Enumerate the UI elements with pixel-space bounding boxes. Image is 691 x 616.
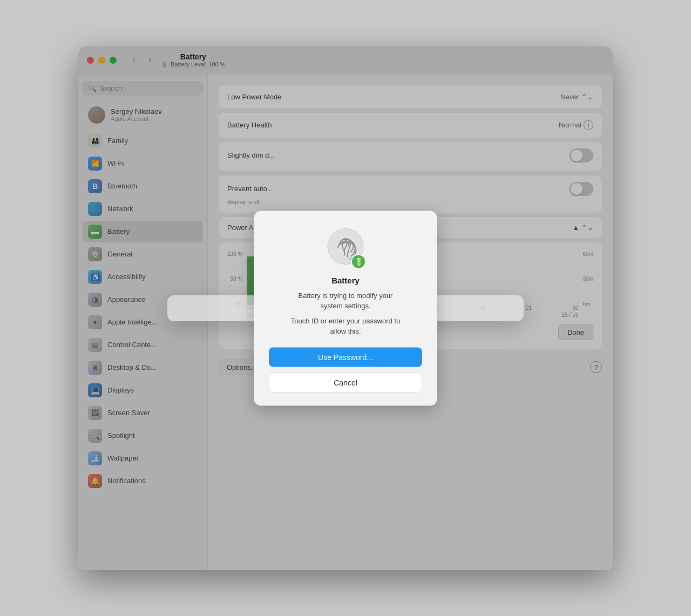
use-password-button[interactable]: Use Password... [269, 347, 422, 367]
cancel-button[interactable]: Cancel [269, 372, 422, 392]
dialog-icon-wrapper: 🔋 [327, 228, 364, 267]
dialog-title: Battery [331, 275, 360, 285]
battery-badge-icon: 🔋 [351, 254, 366, 269]
auth-dialog: 🔋 Battery Battery is trying to modify yo… [254, 211, 437, 405]
dialog-message1: Battery is trying to modify your system … [299, 290, 393, 311]
dialog-message2: Touch ID or enter your password to allow… [291, 315, 400, 336]
modal-backdrop: 🔋 Battery Battery is trying to modify yo… [78, 46, 613, 570]
main-window: ‹ › Battery 🔋 Battery Level: 100 % 🔍 [78, 46, 613, 570]
